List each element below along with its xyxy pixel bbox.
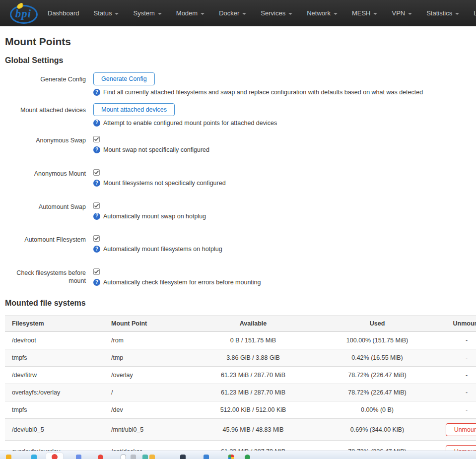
field-label: Generate Config [5,72,86,97]
nav-item-label: Services [261,9,285,17]
help-text: Find all currently attached filesystems … [103,89,423,97]
col-header-available: Available [179,316,328,332]
help-icon: ? [93,213,100,220]
nav-item-statistics[interactable]: Statistics [426,9,459,17]
field-anonymous-swap: Anonymous Swap ? Mount swap not specific… [5,133,476,154]
caret-down-icon [408,13,412,15]
field-label: Mount attached devices [5,103,86,128]
table-row: tmpfs /dev 512.00 KiB / 512.00 KiB 0.00%… [5,401,476,419]
taskbar-app-icon[interactable] [142,455,148,459]
nav-item-services[interactable]: Services [261,9,292,17]
help-icon: ? [93,279,100,286]
global-settings-heading: Global Settings [5,56,476,65]
caret-down-icon [455,13,459,15]
cell-available: 45.96 MiB / 48.83 MiB [179,419,328,441]
cell-mount-point: /overlay [104,367,179,384]
help-icon: ? [93,89,100,96]
taskbar-app-icon[interactable] [131,455,136,459]
caret-down-icon [334,13,338,15]
checkmark-icon [94,236,99,241]
nav-menu: Dashboard Status System Modem Docker Ser… [48,9,476,17]
nav-item-label: Dashboard [48,9,79,17]
taskbar-app-icon[interactable] [6,455,11,459]
table-row: /dev/ubi0_5 /mnt/ubi0_5 45.96 MiB / 48.8… [5,419,476,441]
unmount-button[interactable]: Unmount [446,423,476,436]
field-automount-swap: Automount Swap ? Automatically mount swa… [5,200,476,221]
cell-filesystem: /dev/ubi0_5 [5,419,104,441]
nav-item-docker[interactable]: Docker [219,9,246,17]
taskbar-app-icon[interactable] [228,455,234,459]
cell-used: 78.72% (226.47 MiB) [328,384,427,401]
cell-available: 61.23 MiB / 287.70 MiB [179,367,328,384]
anonymous-mount-checkbox[interactable] [93,169,100,176]
field-label: Automount Swap [5,200,86,221]
cell-used: 0.69% (344.00 KiB) [328,419,427,441]
cell-available: 0 B / 151.75 MiB [179,332,328,349]
cell-mount-point: / [104,384,179,401]
table-row: /dev/root /rom 0 B / 151.75 MiB 100.00% … [5,332,476,349]
field-label: Anonymous Swap [5,133,86,154]
nav-item-label: Docker [219,9,239,17]
check-filesystems-checkbox[interactable] [93,268,100,275]
automount-swap-checkbox[interactable] [93,202,100,209]
nav-item-vpn[interactable]: VPN [392,9,412,17]
nav-item-network[interactable]: Network [307,9,338,17]
cell-used: 0.42% (16.55 MiB) [328,349,427,367]
cell-used: 0.00% (0 B) [328,401,427,419]
caret-down-icon [373,13,377,15]
help-text: Automatically mount filesystems on hotpl… [103,246,222,254]
caret-down-icon [242,13,246,15]
nav-item-label: Statistics [426,9,452,17]
caret-down-icon [158,13,162,15]
taskbar-app-icon[interactable] [98,455,103,459]
page-title: Mount Points [5,36,476,48]
page-content: Mount Points Global Settings Generate Co… [0,26,476,308]
taskbar-app-icon[interactable] [204,455,209,459]
taskbar-app-icon[interactable] [149,455,155,459]
mounts-table: Filesystem Mount Point Available Used Un… [5,315,476,459]
taskbar-app-icon[interactable] [245,455,250,459]
col-header-used: Used [328,316,427,332]
nav-item-status[interactable]: Status [94,9,119,17]
taskbar-app-icon[interactable] [31,455,37,459]
help-text: Mount filesystems not specifically confi… [103,180,226,188]
anonymous-swap-checkbox[interactable] [93,136,100,142]
help-icon: ? [93,180,100,187]
checkmark-icon [94,203,99,208]
help-text: Automatically check filesystem for error… [103,279,261,287]
nav-item-label: Network [307,9,331,17]
field-anonymous-mount: Anonymous Mount ? Mount filesystems not … [5,167,476,188]
cell-used: 78.72% (226.47 MiB) [328,367,427,384]
nav-item-label: Status [94,9,112,17]
taskbar-app-icon[interactable] [180,455,186,459]
help-icon: ? [93,120,100,127]
bpi-logo[interactable]: bpi [9,3,41,26]
cell-filesystem: tmpfs [5,349,104,367]
automount-filesystem-checkbox[interactable] [93,235,100,242]
field-automount-filesystem: Automount Filesystem ? Automatically mou… [5,233,476,254]
col-header-filesystem: Filesystem [5,316,104,332]
col-header-mount-point: Mount Point [104,316,179,332]
taskbar-app-icon[interactable] [52,454,58,459]
taskbar-app-icon[interactable] [121,455,126,459]
nav-item-label: MESH [352,9,371,17]
nav-item-dashboard[interactable]: Dashboard [48,9,79,17]
mount-attached-devices-button[interactable]: Mount attached devices [93,103,175,116]
field-generate-config: Generate Config Generate Config ? Find a… [5,72,476,97]
table-header-row: Filesystem Mount Point Available Used Un… [5,316,476,332]
nav-item-label: Modem [176,9,198,17]
table-row: tmpfs /tmp 3.86 GiB / 3.88 GiB 0.42% (16… [5,349,476,367]
cell-available: 512.00 KiB / 512.00 KiB [179,401,328,419]
taskbar-app-icon[interactable] [76,455,81,459]
nav-item-modem[interactable]: Modem [176,9,204,17]
cell-unmount: - [427,367,476,384]
generate-config-button[interactable]: Generate Config [93,72,155,85]
checkmark-icon [94,269,99,274]
nav-item-system[interactable]: System [133,9,161,17]
nav-item-label: System [133,9,154,17]
caret-down-icon [288,13,292,15]
nav-item-logout[interactable]: Log out [474,9,476,17]
logo-text: bpi [15,7,31,20]
cell-mount-point: /dev [104,401,179,419]
nav-item-mesh[interactable]: MESH [352,9,378,17]
